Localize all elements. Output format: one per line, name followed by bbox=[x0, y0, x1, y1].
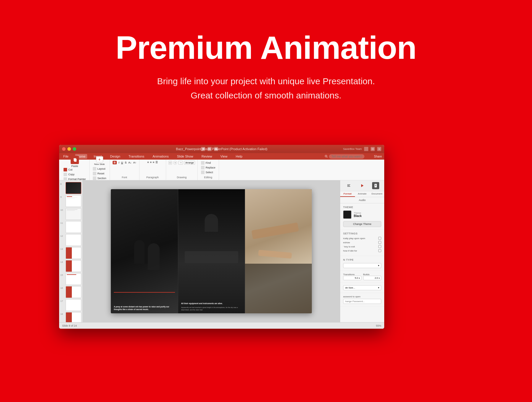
menu-transitions[interactable]: Transitions bbox=[127, 154, 146, 159]
titlebar: Bazz_Powerpoint_Red - PowerPoint (Produc… bbox=[59, 145, 384, 153]
close-window-icon[interactable]: ✕ bbox=[377, 147, 381, 151]
menu-file[interactable]: File bbox=[61, 154, 70, 159]
align-center-button[interactable]: ≡ bbox=[150, 161, 151, 164]
shape-circle-button[interactable]: ○ bbox=[173, 161, 177, 165]
minimize-button[interactable] bbox=[67, 147, 71, 151]
slide-thumb-8[interactable]: 8 bbox=[60, 182, 81, 194]
copy-button[interactable]: Copy bbox=[63, 172, 87, 176]
auto-play-checkbox[interactable] bbox=[378, 237, 381, 240]
format-panel: Format Animate Document Audio Theme Them… bbox=[340, 180, 384, 322]
align-right-button[interactable]: ≡ bbox=[153, 161, 154, 164]
change-theme-button[interactable]: Change Theme bbox=[343, 221, 381, 227]
slide-thumb-15[interactable]: 15 bbox=[60, 273, 81, 285]
format-tab[interactable]: Format bbox=[340, 191, 355, 197]
replace-button[interactable]: Replace bbox=[200, 166, 216, 170]
shape-arrow-button[interactable]: → bbox=[178, 161, 183, 165]
layout-label: Layout bbox=[98, 167, 106, 170]
find-button[interactable]: Find bbox=[200, 161, 216, 165]
font-size-up-button[interactable]: A↑ bbox=[133, 161, 137, 164]
bold-button[interactable]: B bbox=[113, 161, 117, 164]
ribbon: Paste Cut Copy Format Painter Clipboard bbox=[59, 160, 384, 180]
slide-thumb-14[interactable]: 14 bbox=[60, 260, 81, 272]
slide-thumb-12[interactable]: 12 bbox=[60, 234, 81, 246]
editing-buttons: Find Replace Select bbox=[200, 161, 216, 174]
arrange-button[interactable]: Arrange bbox=[184, 161, 195, 165]
cut-button[interactable]: Cut bbox=[63, 168, 87, 172]
slide-img-inner-12 bbox=[66, 234, 81, 246]
animate-icon[interactable] bbox=[359, 182, 366, 189]
slide-thumb-9[interactable]: 9 bbox=[60, 195, 81, 207]
slideshow-checkbox[interactable] bbox=[378, 241, 381, 244]
new-slide-button[interactable]: + New Slide bbox=[94, 156, 105, 166]
new-slide-icon: + bbox=[96, 156, 103, 162]
transitions-input[interactable]: 5.0 s bbox=[343, 276, 361, 280]
slide-size-select[interactable]: de Size... ▾ bbox=[343, 285, 381, 290]
slide-img-13[interactable] bbox=[66, 247, 81, 259]
paste-icon bbox=[71, 156, 79, 164]
menu-slideshow[interactable]: Slide Show bbox=[175, 154, 195, 159]
close-button[interactable] bbox=[62, 147, 66, 151]
maximize-button[interactable] bbox=[73, 147, 76, 151]
audio-tab[interactable]: Audio bbox=[340, 197, 384, 203]
font-size-down-button[interactable]: A↓ bbox=[128, 161, 132, 164]
section-button[interactable]: Section bbox=[92, 176, 107, 180]
svg-rect-4 bbox=[372, 149, 374, 149]
builds-input[interactable]: 2.0 s bbox=[363, 276, 382, 280]
slide-img-inner-13 bbox=[66, 247, 81, 259]
slide-img-9[interactable] bbox=[66, 195, 81, 207]
slide-canvas[interactable]: A peep at some distant orb has power to … bbox=[111, 189, 312, 313]
italic-button[interactable]: I bbox=[119, 161, 119, 164]
layout-button[interactable]: Layout bbox=[92, 167, 107, 171]
menu-view[interactable]: View bbox=[219, 154, 229, 159]
menu-design[interactable]: Design bbox=[108, 154, 122, 159]
underline-button[interactable]: U bbox=[121, 161, 123, 164]
ribbon-editing-group: Find Replace Select Editing bbox=[198, 160, 219, 180]
slide-thumb-11[interactable]: 11 bbox=[60, 221, 81, 233]
menu-review[interactable]: Review bbox=[200, 154, 214, 159]
svg-rect-15 bbox=[375, 185, 376, 185]
section-icon bbox=[93, 176, 96, 180]
slide-thumb-16[interactable]: 16 bbox=[60, 286, 81, 298]
slide-img-16[interactable] bbox=[66, 286, 81, 298]
password-input[interactable] bbox=[343, 299, 381, 304]
slide-thumb-10[interactable]: 10 bbox=[60, 208, 81, 220]
paste-button[interactable]: Paste bbox=[71, 156, 79, 168]
slide-thumb-13[interactable]: 13 bbox=[60, 247, 81, 259]
document-icon[interactable] bbox=[372, 182, 379, 189]
animate-tab[interactable]: Animate bbox=[355, 191, 370, 197]
col1-text-overlay: A peep at some distant orb has power to … bbox=[114, 306, 175, 311]
slide-main-area[interactable]: A peep at some distant orb has power to … bbox=[83, 180, 340, 322]
document-tab[interactable]: Document bbox=[369, 191, 384, 197]
slide-img-18[interactable] bbox=[66, 312, 81, 322]
menu-animations[interactable]: Animations bbox=[151, 154, 170, 159]
idle-checkbox[interactable] bbox=[378, 249, 381, 252]
statusbar: Slide 8 of 24 55% bbox=[59, 322, 384, 329]
slide-thumb-18[interactable]: 18 bbox=[60, 312, 81, 322]
reset-button[interactable]: Reset bbox=[92, 171, 107, 176]
select-button[interactable]: Select bbox=[200, 170, 216, 174]
slide-img-11[interactable] bbox=[66, 221, 81, 233]
slide-img-10[interactable] bbox=[66, 208, 81, 220]
strikethrough-button[interactable]: S bbox=[125, 161, 126, 164]
share-button[interactable]: Share bbox=[374, 155, 382, 158]
list-button[interactable]: ☰ bbox=[155, 161, 158, 164]
svg-rect-3 bbox=[372, 148, 374, 148]
replace-label: Replace bbox=[206, 166, 215, 169]
find-icon bbox=[201, 161, 205, 165]
align-left-button[interactable]: ≡ bbox=[147, 161, 149, 164]
window-control-icon[interactable] bbox=[371, 147, 375, 151]
slide-img-8[interactable] bbox=[66, 182, 81, 194]
shape-rectangle-button[interactable]: □ bbox=[168, 161, 172, 165]
slide-img-17[interactable] bbox=[66, 299, 81, 311]
menu-help[interactable]: Help bbox=[234, 154, 244, 159]
search-input[interactable] bbox=[329, 154, 364, 159]
slide-thumb-17[interactable]: 17 bbox=[60, 299, 81, 311]
ntype-select[interactable]: ▾ bbox=[343, 263, 381, 268]
slide-img-14[interactable] bbox=[66, 260, 81, 272]
format-icon[interactable] bbox=[345, 182, 352, 189]
slide-img-12[interactable] bbox=[66, 234, 81, 246]
slide-panel[interactable]: 8 9 bbox=[59, 180, 83, 322]
key-checkbox[interactable] bbox=[378, 245, 381, 248]
key-label: ' key to exit bbox=[343, 245, 355, 248]
slide-img-15[interactable] bbox=[66, 273, 81, 285]
